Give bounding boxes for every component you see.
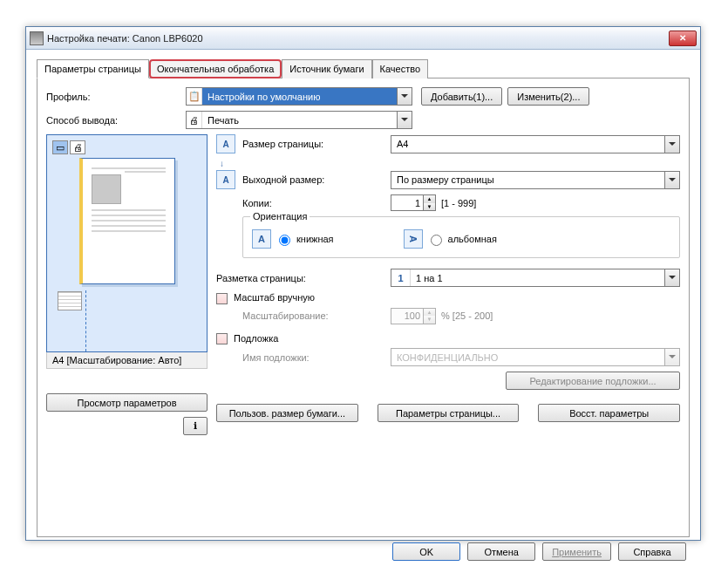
- tab-paper-source[interactable]: Источник бумаги: [282, 59, 371, 78]
- layout-combo[interactable]: 1 1 на 1: [391, 269, 680, 287]
- page-size-label: Размер страницы:: [242, 139, 391, 149]
- print-icon: 🖨: [187, 112, 202, 128]
- watermark-name-label: Имя подложки:: [242, 352, 391, 363]
- chevron-down-icon[interactable]: [664, 172, 679, 188]
- copies-range: [1 - 999]: [441, 198, 476, 208]
- page-preview: [79, 158, 175, 284]
- manual-scale-checkbox[interactable]: [216, 293, 228, 304]
- landscape-radio[interactable]: [431, 235, 442, 246]
- apply-button: Применить: [542, 542, 611, 561]
- print-settings-dialog: Настройка печати: Canon LBP6020 ✕ Параме…: [25, 26, 701, 541]
- orientation-group: Ориентация A книжная A альбомная: [242, 216, 680, 258]
- portrait-icon: A: [252, 229, 271, 249]
- output-method-value: Печать: [202, 115, 397, 126]
- add-profile-button[interactable]: Добавить(1)...: [421, 87, 502, 106]
- portrait-radio[interactable]: [279, 235, 290, 246]
- view-settings-button[interactable]: Просмотр параметров: [46, 393, 208, 412]
- page-options-button[interactable]: Параметры страницы...: [378, 404, 520, 422]
- page-size-combo[interactable]: A4: [391, 135, 680, 153]
- orientation-title: Ориентация: [250, 211, 310, 222]
- watermark-label: Подложка: [234, 333, 278, 344]
- copies-label: Копии:: [242, 198, 391, 208]
- profile-label: Профиль:: [46, 92, 186, 102]
- custom-paper-size-button[interactable]: Пользов. размер бумаги...: [216, 404, 358, 422]
- titlebar[interactable]: Настройка печати: Canon LBP6020 ✕: [26, 27, 700, 50]
- info-button[interactable]: ℹ: [183, 417, 208, 435]
- orientation-portrait[interactable]: A книжная: [252, 229, 334, 249]
- landscape-icon: A: [404, 229, 423, 249]
- preview-pane: ▭ 🖨: [46, 134, 208, 352]
- tab-strip: Параметры страницы Окончательная обработ…: [37, 58, 690, 78]
- watermark-checkbox[interactable]: [216, 333, 228, 344]
- output-size-combo[interactable]: По размеру страницы: [391, 171, 680, 189]
- spinner-up[interactable]: ▲: [424, 195, 435, 203]
- chevron-down-icon: [664, 349, 679, 365]
- preview-mode-page[interactable]: ▭: [52, 140, 68, 154]
- orientation-landscape[interactable]: A альбомная: [404, 229, 497, 249]
- chevron-down-icon[interactable]: [397, 112, 412, 128]
- cancel-button[interactable]: Отмена: [467, 542, 535, 561]
- layout-label: Разметка страницы:: [216, 273, 391, 283]
- manual-scale-label: Масштаб вручную: [234, 292, 315, 303]
- copies-spinner[interactable]: ▲▼: [391, 194, 436, 211]
- spinner-down[interactable]: ▼: [424, 203, 435, 211]
- scale-label: Масштабирование:: [242, 310, 391, 321]
- profile-combo[interactable]: 📋 Настройки по умолчанию: [186, 87, 412, 106]
- scale-suffix: % [25 - 200]: [441, 310, 493, 321]
- output-size-value: По размеру страницы: [391, 174, 664, 185]
- chevron-down-icon[interactable]: [664, 136, 679, 153]
- printer-icon: [30, 31, 44, 45]
- stack-icon: [58, 291, 82, 310]
- output-method-label: Способ вывода:: [46, 115, 186, 126]
- scale-spinner: ▲▼: [391, 308, 436, 324]
- help-button[interactable]: Справка: [618, 542, 686, 561]
- ok-button[interactable]: OK: [392, 542, 460, 561]
- layout-icon: 1: [391, 269, 411, 286]
- tab-page-settings[interactable]: Параметры страницы: [37, 59, 149, 78]
- watermark-name-combo: КОНФИДЕНЦИАЛЬНО: [391, 348, 680, 366]
- watermark-name-value: КОНФИДЕНЦИАЛЬНО: [391, 352, 664, 363]
- scale-input: [391, 309, 423, 324]
- output-method-combo[interactable]: 🖨 Печать: [186, 111, 412, 129]
- edit-profile-button[interactable]: Изменить(2)...: [507, 87, 589, 106]
- window-title: Настройка печати: Canon LBP6020: [47, 33, 203, 44]
- page-size-icon: A: [216, 134, 235, 153]
- edit-watermark-button: Редактирование подложки...: [506, 372, 680, 390]
- chevron-down-icon[interactable]: [664, 269, 679, 286]
- preview-mode-printer[interactable]: 🖨: [70, 140, 85, 154]
- output-size-icon: A: [216, 170, 235, 189]
- preview-caption: A4 [Масштабирование: Авто]: [46, 352, 208, 369]
- close-button[interactable]: ✕: [669, 31, 697, 46]
- tab-finishing[interactable]: Окончательная обработка: [149, 59, 282, 78]
- page-size-value: A4: [391, 139, 664, 149]
- profile-value: Настройки по умолчанию: [202, 92, 397, 102]
- tab-quality[interactable]: Качество: [372, 59, 429, 78]
- profile-icon: 📋: [187, 88, 202, 105]
- layout-value: 1 на 1: [411, 273, 664, 283]
- restore-defaults-button[interactable]: Восст. параметры: [538, 404, 680, 422]
- arrow-down-icon: ↓: [220, 159, 680, 168]
- output-size-label: Выходной размер:: [242, 174, 391, 185]
- copies-input[interactable]: [391, 195, 423, 210]
- chevron-down-icon[interactable]: [397, 88, 412, 105]
